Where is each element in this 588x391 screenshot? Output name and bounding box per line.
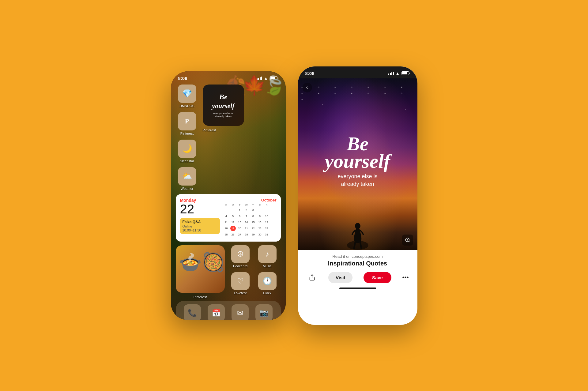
dock: 📞 📅 ✉ 📷 <box>176 301 281 320</box>
app-lovefest[interactable]: ♡ Lovefest <box>229 272 252 295</box>
weather-label: Weather <box>181 187 193 190</box>
silhouette-figure <box>345 210 370 250</box>
music-icon: ♪ <box>258 245 277 263</box>
quote-yourself: yourself <box>212 102 234 110</box>
peacenrd-icon: ☮ <box>231 245 250 263</box>
calendar-left: Monday 22 Faiza Q&A Online 10:00–11:30 <box>180 198 220 238</box>
visual-search-icon[interactable] <box>402 235 413 246</box>
dock-camera[interactable]: 📷 <box>255 304 273 320</box>
pinterest-large-widget[interactable]: Be yourself everyone else isalready take… <box>203 85 244 133</box>
status-bar-phone1: 8:08 ▲ <box>171 71 286 82</box>
visit-button[interactable]: Visit <box>328 272 352 283</box>
app-pinterest-small[interactable]: P Pinterest <box>176 112 198 135</box>
dmndos-label: DMNDOS <box>179 104 194 108</box>
action-row: Visit Save ••• <box>304 272 411 283</box>
clock-icon: 🕐 <box>258 272 277 290</box>
small-icons-column: 💎 DMNDOS P Pinterest 🌙 Sleepstar ⛅ Weath… <box>176 85 198 190</box>
app-peacenrd[interactable]: ☮ Peacenrd <box>229 245 252 268</box>
back-button[interactable]: ‹ <box>302 83 312 92</box>
pin-quote-text: Be yourself everyone else isalready take… <box>325 135 390 188</box>
event-title: Faiza Q&A <box>183 220 217 224</box>
clock-label: Clock <box>263 291 272 295</box>
pinterest-small-label: Pinterest <box>180 132 194 135</box>
dock-mail[interactable]: ✉ <box>232 304 249 320</box>
sleepstar-icon: 🌙 <box>178 140 196 158</box>
more-button[interactable]: ••• <box>402 274 409 281</box>
be-yourself-quote: Be yourself <box>212 92 234 111</box>
battery-icon-phone2 <box>401 71 410 75</box>
phone-2: 8:08 ▲ ‹ <box>298 66 417 325</box>
calendar-right-month: October <box>261 198 277 202</box>
phone-1-content: 8:08 ▲ <box>171 71 286 320</box>
quote-tagline: everyone else isalready taken <box>213 112 233 118</box>
calendar-week-5: 25262728293031 <box>224 232 277 237</box>
app-weather[interactable]: ⛅ Weather <box>176 167 198 190</box>
pin-bottom-panel: Read it on conceptspec.com Inspirational… <box>298 250 417 293</box>
pinterest-large-icon: Be yourself everyone else isalready take… <box>203 85 244 126</box>
weather-icon: ⛅ <box>178 167 196 186</box>
sleepstar-label: Sleepstar <box>180 159 194 163</box>
photo-widget-label: Pinterest <box>194 295 207 299</box>
app-sleepstar[interactable]: 🌙 Sleepstar <box>176 140 198 163</box>
calendar-week-2: 45678910 <box>224 213 277 219</box>
home-indicator <box>339 288 376 289</box>
quote-yourself-phone2: yourself <box>325 152 390 170</box>
pin-image: ‹ Be yourself everyone else isalready ta… <box>298 78 417 250</box>
phone-1: 8:08 ▲ <box>171 71 286 320</box>
peacenrd-label: Peacenrd <box>233 264 247 268</box>
app-clock[interactable]: 🕐 Clock <box>256 272 279 295</box>
wifi-icon-phone2: ▲ <box>396 71 400 76</box>
calendar-widget[interactable]: Monday 22 Faiza Q&A Online 10:00–11:30 O… <box>176 194 281 242</box>
source-text: Read it on conceptspec.com <box>304 254 411 259</box>
event-time: 10:00–11:30 <box>183 228 217 232</box>
phones-container: 8:08 ▲ <box>171 66 417 325</box>
time-display: 8:08 <box>178 76 187 81</box>
quote-tagline-phone2: everyone else isalready taken <box>325 172 390 188</box>
time-display-phone2: 8:08 <box>305 71 315 76</box>
pinterest-large-label: Pinterest <box>203 128 216 132</box>
app-music[interactable]: ♪ Music <box>256 245 279 268</box>
calendar-week-3: 11121314151617 <box>224 220 277 225</box>
calendar-grid: SMTWTFS 123 45678910 11121314151617 1819 <box>224 204 277 237</box>
top-app-section: 💎 DMNDOS P Pinterest 🌙 Sleepstar ⛅ Weath… <box>171 82 286 193</box>
pin-title: Inspirational Quotes <box>304 260 411 267</box>
share-button[interactable] <box>307 272 318 283</box>
status-bar-phone2: 8:08 ▲ <box>298 66 417 78</box>
dock-phone[interactable]: 📞 <box>184 304 201 320</box>
lovefest-icon: ♡ <box>231 272 250 290</box>
quote-be-phone2: Be <box>325 135 390 152</box>
calendar-week-1: 123 <box>224 207 277 213</box>
signal-icon-phone2 <box>388 72 394 75</box>
signal-icon <box>257 77 262 80</box>
dmndos-icon: 💎 <box>178 85 196 103</box>
calendar-right-header: October <box>224 198 277 202</box>
photo-widget-wrap[interactable]: Pinterest <box>176 245 225 299</box>
battery-icon <box>270 76 278 80</box>
save-button[interactable]: Save <box>364 272 391 283</box>
source-site: conceptspec.com <box>352 254 383 259</box>
bottom-app-section: Pinterest ☮ Peacenrd ♪ Music ♡ Lovefest <box>171 244 286 301</box>
calendar-day: 22 <box>180 203 220 216</box>
calendar-week-4: 18192021222324 <box>224 226 277 231</box>
quote-be: Be <box>219 93 228 101</box>
calendar-right: October SMTWTFS 123 45678910 11 <box>224 198 277 238</box>
calendar-event: Faiza Q&A Online 10:00–11:30 <box>180 218 220 234</box>
event-location: Online <box>183 224 217 228</box>
wifi-icon: ▲ <box>264 76 268 81</box>
status-icons-phone2: ▲ <box>388 71 410 76</box>
svg-point-1 <box>355 223 360 229</box>
dock-calendar[interactable]: 📅 <box>208 304 225 320</box>
photo-widget <box>176 245 225 293</box>
app-dmndos[interactable]: 💎 DMNDOS <box>176 85 198 108</box>
status-icons: ▲ <box>257 76 278 81</box>
pinterest-small-icon: P <box>178 112 196 130</box>
music-label: Music <box>263 264 272 268</box>
small-2x2-grid: ☮ Peacenrd ♪ Music ♡ Lovefest 🕐 Clock <box>229 245 279 295</box>
calendar-days-header: SMTWTFS <box>224 204 277 207</box>
lovefest-label: Lovefest <box>234 291 247 295</box>
